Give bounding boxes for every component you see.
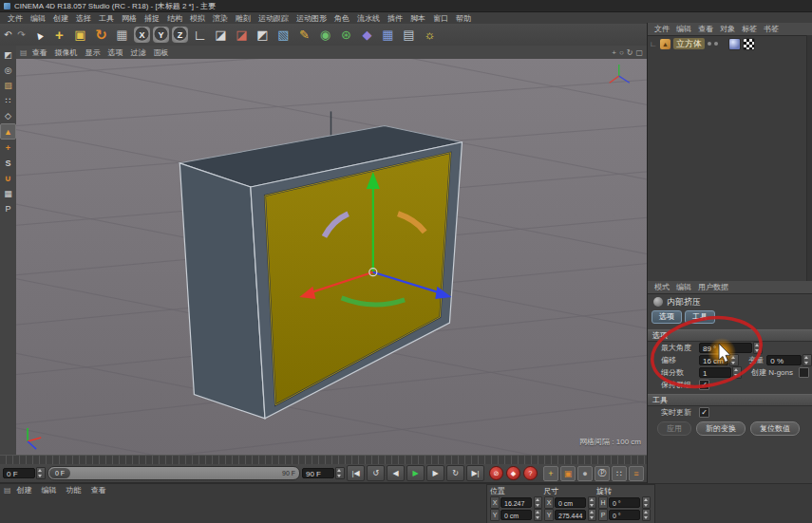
key-rotation-icon[interactable]: ● bbox=[577, 466, 593, 481]
new-transform-button[interactable]: 新的变换 bbox=[696, 421, 746, 436]
rotate-tool-icon[interactable]: ↻ bbox=[91, 25, 111, 45]
enable-axis-icon[interactable]: + bbox=[1, 140, 15, 155]
camera-icon[interactable]: ▤ bbox=[399, 25, 419, 45]
viewport-canvas[interactable]: 网格间隔 : 100 cm bbox=[16, 59, 647, 455]
size-x-field[interactable]: 0 cm bbox=[555, 497, 586, 508]
pen-spline-icon[interactable]: ✎ bbox=[294, 25, 314, 45]
workplane-icon[interactable]: ▦ bbox=[1, 186, 15, 200]
model-mode-icon[interactable]: ◎ bbox=[1, 63, 15, 77]
render-picture-viewer-icon[interactable]: ◪ bbox=[232, 25, 252, 45]
points-mode-icon[interactable]: ∷ bbox=[1, 93, 15, 107]
menu-item[interactable]: 运动跟踪 bbox=[255, 13, 293, 24]
polygons-mode-icon[interactable]: ▲ bbox=[0, 123, 16, 140]
viewport-menu-item[interactable]: 过滤 bbox=[128, 47, 149, 58]
timeline-layers-icon[interactable]: ≡ bbox=[629, 466, 644, 481]
last-tool-icon[interactable]: ▦ bbox=[112, 25, 132, 45]
menu-item[interactable]: 角色 bbox=[330, 13, 353, 24]
lock-workplane-icon[interactable]: P bbox=[1, 201, 15, 215]
camera-rotate-icon[interactable]: ↻ bbox=[627, 48, 633, 57]
object-manager-scrollbar[interactable] bbox=[806, 35, 812, 281]
texture-mode-icon[interactable]: ▨ bbox=[1, 78, 15, 92]
key-position-icon[interactable]: + bbox=[543, 466, 558, 481]
lock-x-axis-icon[interactable]: X bbox=[134, 27, 150, 43]
offset-stepper[interactable] bbox=[729, 354, 739, 366]
camera-zoom-icon[interactable]: ○ bbox=[619, 48, 624, 57]
viewport-menu-item[interactable]: 查看 bbox=[29, 47, 50, 58]
coordinate-system-icon[interactable]: ∟ bbox=[190, 25, 210, 45]
offset-field[interactable]: 16 cm bbox=[699, 355, 728, 365]
polygon-object-icon[interactable]: ▲ bbox=[660, 39, 670, 49]
next-frame-icon[interactable]: ▶ bbox=[426, 465, 444, 481]
make-editable-icon[interactable]: ◩ bbox=[1, 47, 15, 62]
material-menu-item[interactable]: 功能 bbox=[63, 485, 85, 495]
deformer-icon[interactable]: ◆ bbox=[357, 25, 377, 45]
menu-item[interactable]: 工具 bbox=[95, 13, 118, 24]
menu-item[interactable]: 帮助 bbox=[452, 13, 475, 24]
viewport-menu-item[interactable]: 选项 bbox=[105, 47, 126, 58]
keyframe-selection-icon[interactable]: ? bbox=[523, 466, 538, 480]
material-menu-item[interactable]: 编辑 bbox=[38, 485, 61, 495]
enable-snap-icon[interactable]: ∪ bbox=[1, 171, 15, 185]
size-y-stepper[interactable] bbox=[588, 509, 596, 521]
goto-end-icon[interactable]: ▶| bbox=[466, 465, 484, 481]
modeling-objects-icon[interactable]: ⊛ bbox=[336, 25, 356, 45]
lock-y-axis-icon[interactable]: Y bbox=[153, 27, 169, 43]
pos-x-stepper[interactable] bbox=[534, 496, 542, 509]
rot-h-field[interactable]: 0 ° bbox=[609, 497, 640, 508]
enable-dot-bottom[interactable] bbox=[714, 42, 718, 46]
tab-options[interactable]: 选项 bbox=[651, 310, 682, 324]
key-parameter-icon[interactable]: Ⓟ bbox=[595, 466, 610, 481]
menu-item[interactable]: 运动图形 bbox=[293, 13, 330, 24]
loop-icon[interactable]: ↻ bbox=[446, 465, 464, 481]
menu-item[interactable]: 流水线 bbox=[353, 13, 384, 24]
menu-item[interactable]: 文件 bbox=[4, 13, 27, 24]
live-selection-icon[interactable]: ▲ bbox=[25, 21, 52, 48]
menu-item[interactable]: 脚本 bbox=[406, 13, 429, 24]
menu-item[interactable]: 插件 bbox=[384, 13, 406, 24]
subdivision-field[interactable]: 1 bbox=[699, 367, 731, 378]
render-settings-icon[interactable]: ◩ bbox=[253, 25, 273, 45]
pos-x-field[interactable]: 16.247 cm bbox=[500, 497, 532, 508]
current-frame-field[interactable]: 0 F bbox=[3, 468, 35, 478]
phong-tag-icon[interactable] bbox=[728, 38, 741, 50]
object-manager-menu-item[interactable]: 书签 bbox=[761, 24, 782, 34]
autokey-icon[interactable]: ◆ bbox=[506, 466, 520, 480]
menu-item[interactable]: 雕刻 bbox=[232, 13, 255, 24]
pos-y-field[interactable]: 0 cm bbox=[500, 510, 532, 520]
size-x-stepper[interactable] bbox=[588, 496, 596, 509]
light-icon[interactable]: ☼ bbox=[420, 25, 440, 45]
viewport-menu-item[interactable]: 面板 bbox=[151, 47, 172, 58]
viewport-solo-icon[interactable]: S bbox=[1, 156, 15, 170]
apply-button[interactable]: 应用 bbox=[657, 421, 691, 436]
material-menu-item[interactable]: 查看 bbox=[87, 485, 110, 495]
uvw-tag-icon[interactable] bbox=[743, 38, 755, 50]
max-angle-stepper[interactable] bbox=[753, 342, 763, 354]
play-mode-icon[interactable]: ↺ bbox=[367, 465, 385, 481]
rot-p-field[interactable]: 0 ° bbox=[609, 510, 640, 520]
prev-frame-icon[interactable]: ◀ bbox=[387, 465, 405, 481]
expand-icon[interactable]: ∟ bbox=[650, 40, 657, 48]
object-manager-menu-item[interactable]: 文件 bbox=[651, 24, 672, 34]
menu-item[interactable]: 网格 bbox=[118, 13, 141, 24]
preserve-groups-checkbox[interactable]: ✓ bbox=[699, 380, 709, 390]
material-palette-icon[interactable]: ▤ bbox=[4, 486, 11, 495]
enable-dot-top[interactable] bbox=[708, 42, 711, 46]
timeline-scrubber[interactable]: 0 F 90 F bbox=[47, 466, 300, 480]
object-name[interactable]: 立方体 bbox=[673, 38, 705, 49]
cube-primitive-icon[interactable]: ▧ bbox=[274, 25, 293, 45]
attribute-manager-menu-item[interactable]: 编辑 bbox=[673, 282, 694, 292]
object-manager-menu-item[interactable]: 对象 bbox=[717, 24, 738, 34]
variance-field[interactable]: 0 % bbox=[766, 355, 802, 365]
key-scale-icon[interactable]: ▣ bbox=[560, 466, 576, 481]
max-angle-field[interactable]: 89 ° bbox=[699, 343, 752, 353]
current-frame-stepper[interactable] bbox=[36, 467, 46, 479]
menu-item[interactable]: 模拟 bbox=[186, 13, 209, 24]
tab-tool[interactable]: 工具 bbox=[685, 310, 715, 324]
timeline-thumb[interactable]: 0 F bbox=[49, 468, 70, 478]
rot-h-stepper[interactable] bbox=[642, 496, 651, 509]
object-row-cube[interactable]: ∟ ▲ 立方体 bbox=[648, 36, 812, 50]
menu-item[interactable]: 捕捉 bbox=[141, 13, 163, 24]
variance-stepper[interactable] bbox=[803, 354, 812, 366]
attribute-manager-menu-item[interactable]: 模式 bbox=[651, 282, 672, 292]
object-manager-menu-item[interactable]: 查看 bbox=[695, 24, 716, 34]
